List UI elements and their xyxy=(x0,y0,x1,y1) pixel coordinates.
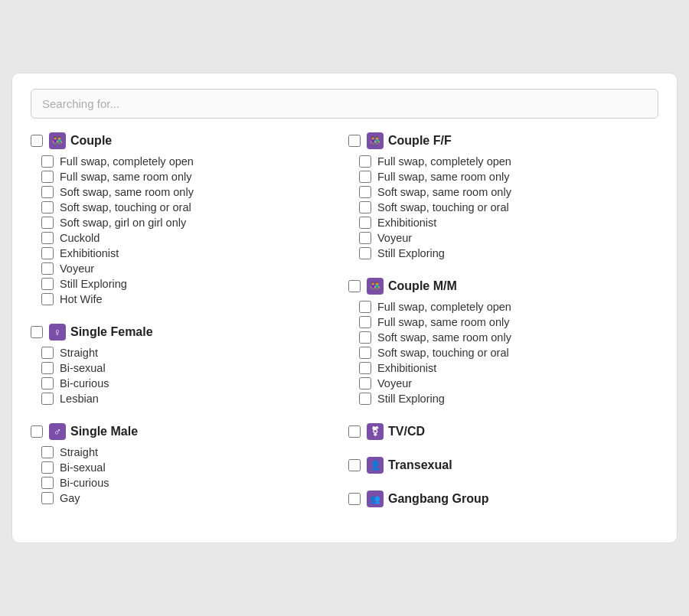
category-header-transexual: 👤Transexual xyxy=(348,457,658,474)
option-label: Soft swap, same room only xyxy=(60,186,194,198)
category-header-single-male: ♂Single Male xyxy=(31,423,341,440)
category-header-couple-ff: 👫Couple F/F xyxy=(348,132,658,149)
category-couple-mm: 👫Couple M/MFull swap, completely openFul… xyxy=(348,278,658,406)
checkbox-couple-0[interactable] xyxy=(41,155,54,168)
checkbox-couple-ff-1[interactable] xyxy=(359,171,371,183)
checkbox-single-female-3[interactable] xyxy=(41,393,54,405)
checkbox-couple-ff-4[interactable] xyxy=(359,217,371,229)
icon-single-female: ♀ xyxy=(49,324,66,341)
option-row: Voyeur xyxy=(348,230,658,246)
category-label-couple-ff: Couple F/F xyxy=(388,134,452,148)
option-label: Bi-sexual xyxy=(60,461,106,474)
checkbox-couple-7[interactable] xyxy=(41,262,54,275)
option-row: Straight xyxy=(31,345,341,360)
checkbox-couple-mm-6[interactable] xyxy=(359,393,371,405)
checkbox-single-male-3[interactable] xyxy=(41,492,54,504)
option-label: Soft swap, same room only xyxy=(377,186,511,198)
icon-couple-ff: 👫 xyxy=(367,132,384,149)
checkbox-couple-mm-3[interactable] xyxy=(359,347,371,359)
checkbox-couple-1[interactable] xyxy=(41,171,54,183)
option-row: Soft swap, touching or oral xyxy=(348,200,658,215)
checkbox-couple-6[interactable] xyxy=(41,247,54,259)
option-row: Soft swap, touching or oral xyxy=(348,345,658,360)
option-label: Full swap, same room only xyxy=(377,316,509,328)
checkbox-couple-mm-5[interactable] xyxy=(359,377,371,389)
option-row: Exhibitionist xyxy=(31,246,341,261)
category-couple: 👫CoupleFull swap, completely openFull sw… xyxy=(31,132,341,307)
option-label: Full swap, same room only xyxy=(377,171,509,183)
checkbox-parent-single-male[interactable] xyxy=(31,425,43,438)
checkbox-couple-mm-0[interactable] xyxy=(359,301,371,313)
icon-couple: 👫 xyxy=(49,132,66,149)
option-row: Still Exploring xyxy=(348,391,658,406)
checkbox-couple-mm-2[interactable] xyxy=(359,331,371,344)
checkbox-couple-4[interactable] xyxy=(41,217,54,229)
checkbox-single-male-0[interactable] xyxy=(41,446,54,458)
checkbox-couple-mm-4[interactable] xyxy=(359,362,371,374)
left-column: 👫CoupleFull swap, completely openFull sw… xyxy=(31,132,341,524)
option-label: Bi-curious xyxy=(60,477,109,489)
checkbox-couple-2[interactable] xyxy=(41,186,54,198)
option-row: Still Exploring xyxy=(31,276,341,292)
checkbox-parent-couple[interactable] xyxy=(31,135,43,147)
option-label: Gay xyxy=(60,492,80,504)
option-label: Still Exploring xyxy=(60,278,127,290)
checkbox-single-female-1[interactable] xyxy=(41,362,54,374)
checkbox-parent-transexual[interactable] xyxy=(348,459,361,471)
checkbox-couple-ff-2[interactable] xyxy=(359,186,371,198)
checkbox-couple-ff-3[interactable] xyxy=(359,201,371,213)
checkbox-couple-ff-0[interactable] xyxy=(359,155,371,168)
checkbox-couple-5[interactable] xyxy=(41,232,54,244)
option-label: Full swap, completely open xyxy=(377,155,511,168)
option-row: Full swap, same room only xyxy=(348,169,658,184)
category-label-tvcd: TV/CD xyxy=(388,425,425,438)
checkbox-single-male-1[interactable] xyxy=(41,461,54,474)
checkbox-couple-mm-1[interactable] xyxy=(359,316,371,328)
category-gangbang: 👥Gangbang Group xyxy=(348,491,658,507)
category-single-male: ♂Single MaleStraightBi-sexualBi-curiousG… xyxy=(31,423,341,506)
option-label: Bi-curious xyxy=(60,377,109,389)
checkbox-single-female-0[interactable] xyxy=(41,347,54,359)
option-label: Soft swap, touching or oral xyxy=(377,347,509,359)
option-row: Bi-curious xyxy=(31,376,341,391)
option-row: Full swap, same room only xyxy=(348,315,658,330)
option-row: Soft swap, same room only xyxy=(31,184,341,200)
option-row: Full swap, completely open xyxy=(348,299,658,315)
checkbox-parent-couple-ff[interactable] xyxy=(348,135,361,147)
option-row: Bi-curious xyxy=(31,475,341,491)
option-row: Soft swap, girl on girl only xyxy=(31,215,341,230)
search-container: Searching for... 👫CoupleFull swap, compl… xyxy=(11,73,678,543)
category-header-tvcd: ⚧TV/CD xyxy=(348,423,658,440)
checkbox-parent-couple-mm[interactable] xyxy=(348,280,361,292)
option-label: Voyeur xyxy=(60,262,94,275)
category-header-gangbang: 👥Gangbang Group xyxy=(348,491,658,507)
columns: 👫CoupleFull swap, completely openFull sw… xyxy=(31,132,658,524)
checkbox-couple-9[interactable] xyxy=(41,293,54,305)
checkbox-parent-tvcd[interactable] xyxy=(348,425,361,438)
checkbox-couple-3[interactable] xyxy=(41,201,54,213)
category-header-couple-mm: 👫Couple M/M xyxy=(348,278,658,295)
checkbox-couple-ff-5[interactable] xyxy=(359,232,371,244)
option-row: Soft swap, same room only xyxy=(348,330,658,345)
category-single-female: ♀Single FemaleStraightBi-sexualBi-curiou… xyxy=(31,324,341,406)
category-label-couple: Couple xyxy=(70,134,112,148)
category-transexual: 👤Transexual xyxy=(348,457,658,474)
checkbox-single-male-2[interactable] xyxy=(41,477,54,489)
checkbox-couple-8[interactable] xyxy=(41,278,54,290)
option-row: Bi-sexual xyxy=(31,360,341,376)
option-label: Full swap, completely open xyxy=(377,301,511,313)
option-row: Voyeur xyxy=(348,376,658,391)
checkbox-single-female-2[interactable] xyxy=(41,377,54,389)
option-label: Soft swap, same room only xyxy=(377,331,511,344)
option-label: Still Exploring xyxy=(377,393,445,405)
option-label: Soft swap, girl on girl only xyxy=(60,217,186,229)
option-label: Bi-sexual xyxy=(60,362,106,374)
checkbox-parent-single-female[interactable] xyxy=(31,326,43,338)
option-row: Exhibitionist xyxy=(348,215,658,230)
option-label: Soft swap, touching or oral xyxy=(60,201,191,213)
checkbox-parent-gangbang[interactable] xyxy=(348,493,361,505)
option-row: Voyeur xyxy=(31,261,341,276)
option-row: Hot Wife xyxy=(31,292,341,307)
checkbox-couple-ff-6[interactable] xyxy=(359,247,371,259)
category-label-single-male: Single Male xyxy=(70,425,138,438)
